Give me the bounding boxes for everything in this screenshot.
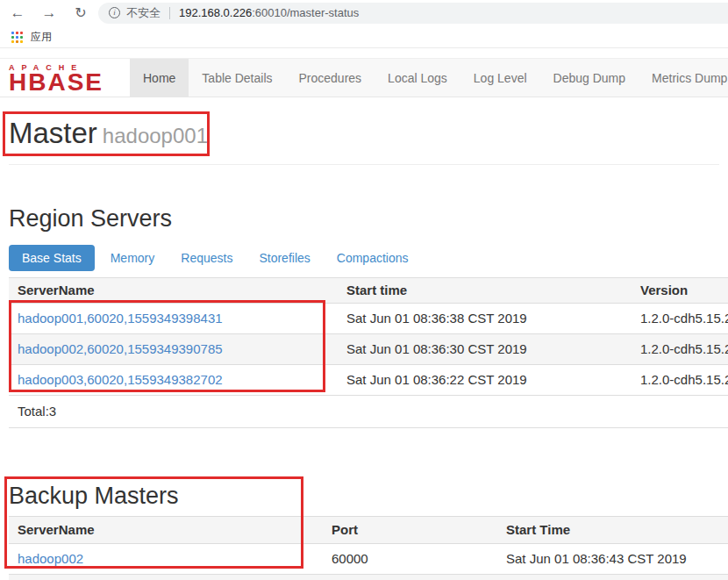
region-servers-header-row: ServerName Start time Version xyxy=(9,278,728,304)
backup-master-link[interactable]: hadoop002 xyxy=(18,551,83,566)
tab-requests[interactable]: Requests xyxy=(168,246,246,270)
browser-chrome: ← → ↻ i 不安全 192.168.0.226:60010/master-s… xyxy=(0,0,728,48)
page-title-hostname: hadoop001 xyxy=(103,124,208,147)
table-row-partial xyxy=(9,575,728,580)
hbase-logo-hbase-text: HBASE xyxy=(9,72,130,93)
start-time-cell: Sat Jun 01 08:36:30 CST 2019 xyxy=(338,334,632,365)
apps-bookmark-label[interactable]: 应用 xyxy=(31,30,52,45)
column-header-start-time: Start Time xyxy=(497,517,728,544)
bookmarks-bar: 应用 xyxy=(0,25,728,48)
page-header: Masterhadoop001 xyxy=(9,113,719,165)
page-info-icon[interactable]: i xyxy=(109,7,120,18)
column-header-start-time: Start time xyxy=(338,278,632,304)
nav-item-debug-dump[interactable]: Debug Dump xyxy=(540,59,639,97)
column-header-servername: ServerName xyxy=(9,517,323,544)
table-row: hadoop002 60000 Sat Jun 01 08:36:43 CST … xyxy=(9,544,728,575)
page-content: Masterhadoop001 Region Servers Base Stat… xyxy=(0,113,728,580)
version-cell: 1.2.0-cdh5.15.2 xyxy=(632,304,728,334)
version-cell: 1.2.0-cdh5.15.2 xyxy=(632,365,728,396)
reload-icon[interactable]: ↻ xyxy=(70,3,91,24)
table-row: hadoop001,60020,1559349398431 Sat Jun 01… xyxy=(9,304,728,334)
region-servers-tabs: Base Stats Memory Requests Storefiles Co… xyxy=(9,245,728,271)
column-header-servername: ServerName xyxy=(9,278,338,304)
total-label: Total:3 xyxy=(9,396,728,428)
tab-storefiles[interactable]: Storefiles xyxy=(246,246,323,270)
nav-item-table-details[interactable]: Table Details xyxy=(189,59,285,97)
port-cell: 60000 xyxy=(323,544,497,575)
page-title: Masterhadoop001 xyxy=(9,113,719,156)
table-row: hadoop003,60020,1559349382702 Sat Jun 01… xyxy=(9,365,728,396)
hbase-navbar: APACHE HBASE Home Table Details Procedur… xyxy=(0,58,728,97)
url-host: 192.168.0.226 xyxy=(179,6,252,19)
version-cell: 1.2.0-cdh5.15.2 xyxy=(632,334,728,365)
url-path: :60010/master-status xyxy=(252,6,359,19)
nav-item-log-level[interactable]: Log Level xyxy=(460,59,540,97)
tab-compactions[interactable]: Compactions xyxy=(324,246,422,270)
backup-masters-heading: Backup Masters xyxy=(9,483,728,509)
start-time-cell: Sat Jun 01 08:36:22 CST 2019 xyxy=(338,365,632,396)
forward-icon[interactable]: → xyxy=(39,3,60,24)
url-text: 192.168.0.226:60010/master-status xyxy=(179,6,359,19)
tab-base-stats[interactable]: Base Stats xyxy=(9,245,95,271)
column-header-version: Version xyxy=(632,278,728,304)
page-title-text: Master xyxy=(9,117,97,149)
start-time-cell: Sat Jun 01 08:36:43 CST 2019 xyxy=(497,544,728,575)
region-server-link[interactable]: hadoop001,60020,1559349398431 xyxy=(18,311,223,326)
nav-item-metrics-dump[interactable]: Metrics Dump xyxy=(639,59,728,97)
tab-memory[interactable]: Memory xyxy=(97,246,168,270)
backup-masters-table: ServerName Port Start Time hadoop002 600… xyxy=(9,516,728,580)
address-bar[interactable]: i 不安全 192.168.0.226:60010/master-status xyxy=(98,3,728,24)
column-header-port: Port xyxy=(323,517,497,544)
apps-grid-icon[interactable] xyxy=(11,32,23,43)
browser-toolbar: ← → ↻ i 不安全 192.168.0.226:60010/master-s… xyxy=(0,0,728,25)
security-label: 不安全 xyxy=(126,5,161,21)
region-server-link[interactable]: hadoop002,60020,1559349390785 xyxy=(18,341,223,356)
nav-item-home[interactable]: Home xyxy=(130,59,189,97)
start-time-cell: Sat Jun 01 08:36:38 CST 2019 xyxy=(338,304,632,334)
table-row: hadoop002,60020,1559349390785 Sat Jun 01… xyxy=(9,334,728,365)
chrome-gap xyxy=(0,48,728,58)
nav-item-procedures[interactable]: Procedures xyxy=(286,59,375,97)
region-servers-heading: Region Servers xyxy=(9,205,728,232)
region-server-link[interactable]: hadoop003,60020,1559349382702 xyxy=(18,372,223,387)
backup-masters-header-row: ServerName Port Start Time xyxy=(9,517,728,544)
omnibox-divider xyxy=(169,7,170,19)
nav-item-local-logs[interactable]: Local Logs xyxy=(375,59,460,97)
browser-window: ← → ↻ i 不安全 192.168.0.226:60010/master-s… xyxy=(0,0,728,580)
region-servers-table: ServerName Start time Version hadoop001,… xyxy=(9,277,728,428)
total-row: Total:3 xyxy=(9,396,728,428)
back-icon[interactable]: ← xyxy=(7,3,28,24)
hbase-logo[interactable]: APACHE HBASE xyxy=(0,59,130,97)
